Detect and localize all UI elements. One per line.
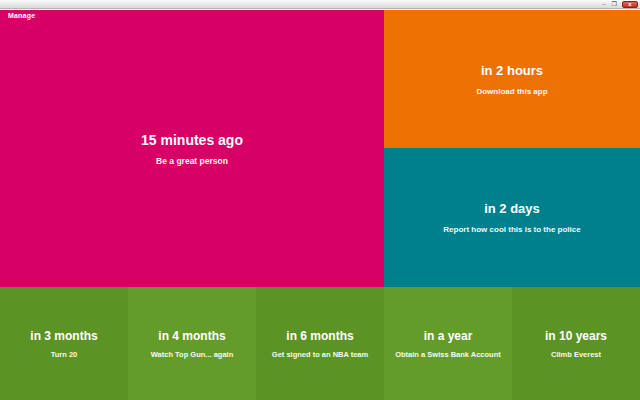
tile-title: in a year <box>424 329 473 343</box>
tile-in-4-months[interactable]: in 4 months Watch Top Gun... again <box>128 287 256 400</box>
tile-15-minutes-ago[interactable]: Manage 15 minutes ago Be a great person <box>0 10 384 287</box>
maximize-button[interactable]: ❐ <box>609 0 620 8</box>
tile-in-2-days[interactable]: in 2 days Report how cool this is to the… <box>384 148 640 287</box>
tile-subtitle: Report how cool this is to the police <box>443 225 580 234</box>
tile-subtitle: Watch Top Gun... again <box>151 350 234 359</box>
tile-subtitle: Download this app <box>476 87 547 96</box>
tile-canvas: Manage 15 minutes ago Be a great person … <box>0 10 640 400</box>
close-icon: x <box>628 0 631 8</box>
tile-subtitle: Turn 20 <box>51 350 78 359</box>
tile-in-10-years[interactable]: in 10 years Climb Everest <box>512 287 640 400</box>
close-button[interactable]: x <box>622 1 638 8</box>
tile-subtitle: Get signed to an NBA team <box>272 350 368 359</box>
tile-in-2-hours[interactable]: in 2 hours Download this app <box>384 10 640 148</box>
tile-title: in 2 days <box>484 201 540 216</box>
right-column: in 2 hours Download this app in 2 days R… <box>384 10 640 287</box>
tile-title: in 10 years <box>545 329 607 343</box>
tile-title: in 2 hours <box>481 63 543 78</box>
minimize-button[interactable]: – <box>599 0 608 8</box>
tile-subtitle: Be a great person <box>156 156 228 166</box>
minimize-icon: – <box>602 0 605 8</box>
window-titlebar[interactable]: – ❐ x <box>0 0 640 9</box>
tile-title: in 3 months <box>30 329 97 343</box>
tile-subtitle: Climb Everest <box>551 350 601 359</box>
bottom-row: in 3 months Turn 20 in 4 months Watch To… <box>0 287 640 400</box>
app-window: – ❐ x Manage 15 minutes ago Be a great p… <box>0 0 640 400</box>
tile-in-3-months[interactable]: in 3 months Turn 20 <box>0 287 128 400</box>
tile-title: 15 minutes ago <box>141 132 243 148</box>
maximize-icon: ❐ <box>612 0 617 8</box>
top-row: Manage 15 minutes ago Be a great person … <box>0 10 640 287</box>
tile-title: in 4 months <box>158 329 225 343</box>
page-title: Manage <box>8 12 35 19</box>
tile-subtitle: Obtain a Swiss Bank Account <box>395 350 501 359</box>
tile-in-a-year[interactable]: in a year Obtain a Swiss Bank Account <box>384 287 512 400</box>
tile-title: in 6 months <box>286 329 353 343</box>
tile-in-6-months[interactable]: in 6 months Get signed to an NBA team <box>256 287 384 400</box>
